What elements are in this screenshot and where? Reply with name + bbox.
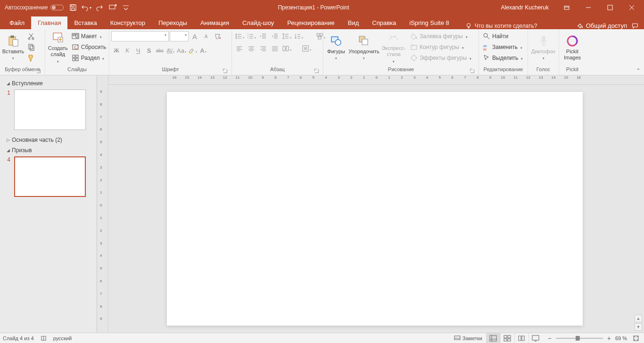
next-slide-button[interactable]: ▼	[635, 323, 642, 331]
underline-button[interactable]: Ч	[133, 45, 143, 56]
tell-me-search[interactable]: Что вы хотите сделать?	[465, 23, 537, 29]
tab-slideshow[interactable]: Слайд-шоу	[236, 16, 281, 29]
indent-button[interactable]	[269, 31, 281, 41]
slide[interactable]	[167, 92, 583, 326]
section-header-2[interactable]: ▷Основная часть (2)	[5, 135, 92, 145]
save-icon[interactable]	[67, 2, 79, 13]
tab-insert[interactable]: Вставка	[67, 16, 103, 29]
language-button[interactable]: русский	[53, 335, 72, 341]
section-header-1[interactable]: ◢Вступление	[5, 78, 92, 89]
tab-view[interactable]: Вид	[341, 16, 366, 29]
grow-font-button[interactable]: A	[190, 31, 200, 41]
tab-animations[interactable]: Анимация	[194, 16, 236, 29]
layout-button[interactable]: Макет	[70, 31, 108, 41]
shadow-button[interactable]: S	[144, 45, 154, 56]
font-name-select[interactable]	[111, 31, 169, 41]
tab-ispring[interactable]: iSpring Suite 8	[403, 16, 456, 29]
slideshow-view-button[interactable]	[528, 333, 543, 343]
shrink-font-button[interactable]: A	[201, 31, 211, 41]
close-icon[interactable]	[621, 0, 642, 15]
slide-thumb-1[interactable]	[14, 90, 86, 130]
select-button[interactable]: Выделить	[481, 53, 525, 63]
outdent-button[interactable]	[257, 31, 269, 41]
justify-button[interactable]	[269, 43, 281, 54]
slide-canvas-area[interactable]: ▲ ▼	[108, 85, 644, 333]
ribbon: Вставить Буфер обмена Создать слайд Маке…	[0, 29, 644, 75]
shapes-button[interactable]: Фигуры	[325, 30, 347, 65]
numbering-button[interactable]	[246, 31, 257, 41]
find-button[interactable]: Найти	[481, 31, 525, 41]
qat-more-icon[interactable]	[120, 2, 132, 13]
arrange-button[interactable]: Упорядочить	[348, 30, 380, 65]
zoom-in-button[interactable]: +	[606, 335, 612, 342]
section-header-3[interactable]: ◢Призыв	[5, 145, 92, 155]
comments-icon[interactable]	[632, 23, 638, 29]
tab-help[interactable]: Справка	[365, 16, 403, 29]
zoom-level[interactable]: 69 %	[615, 335, 627, 341]
section-button[interactable]: Раздел	[70, 53, 108, 63]
columns-button[interactable]	[281, 43, 292, 54]
tab-home[interactable]: Главная	[31, 16, 67, 29]
text-direction-button[interactable]	[293, 31, 304, 41]
username[interactable]: Alexandr Kucheruk	[495, 4, 555, 11]
line-spacing-button[interactable]	[281, 31, 292, 41]
ribbon-display-icon[interactable]	[556, 0, 577, 15]
align-center-button[interactable]	[246, 43, 257, 54]
clear-format-button[interactable]	[212, 31, 223, 41]
format-painter-button[interactable]	[25, 53, 37, 63]
svg-rect-14	[30, 46, 34, 50]
font-dialog-icon[interactable]	[223, 69, 228, 74]
paste-button[interactable]: Вставить	[2, 30, 25, 65]
svg-rect-30	[317, 33, 319, 36]
font-size-select[interactable]	[170, 31, 189, 41]
copy-icon	[27, 43, 35, 51]
strike-button[interactable]: abc	[155, 45, 165, 56]
quick-styles-button: Экспресс- стили	[381, 30, 406, 65]
tab-file[interactable]: Файл	[3, 16, 31, 29]
italic-button[interactable]: К	[122, 45, 132, 56]
copy-button[interactable]	[25, 42, 37, 52]
paragraph-dialog-icon[interactable]	[314, 69, 319, 74]
align-right-button[interactable]	[257, 43, 269, 54]
tab-transitions[interactable]: Переходы	[152, 16, 194, 29]
notes-toggle[interactable]: Заметки	[450, 335, 486, 341]
bold-button[interactable]: Ж	[111, 45, 122, 56]
zoom-slider[interactable]	[556, 338, 603, 339]
clipboard-dialog-icon[interactable]	[36, 69, 41, 74]
minimize-icon[interactable]	[578, 0, 599, 15]
undo-icon[interactable]	[81, 2, 92, 13]
normal-view-button[interactable]	[486, 333, 500, 343]
svg-rect-36	[362, 39, 368, 45]
cut-button[interactable]	[25, 31, 37, 41]
from-beginning-icon[interactable]	[107, 2, 118, 13]
slide-counter[interactable]: Слайд 4 из 4	[3, 335, 34, 341]
share-button[interactable]: Общий доступ	[577, 22, 627, 29]
drawing-dialog-icon[interactable]	[470, 69, 475, 74]
pickit-button[interactable]: Pickit Images	[561, 30, 584, 65]
fit-to-window-button[interactable]	[631, 333, 641, 343]
collapse-ribbon-button[interactable]	[634, 67, 643, 74]
char-spacing-button[interactable]: AV	[165, 45, 176, 56]
bullets-button[interactable]	[234, 31, 245, 41]
spellcheck-button[interactable]	[41, 335, 47, 341]
new-slide-button[interactable]: Создать слайд	[47, 30, 69, 65]
tab-design[interactable]: Конструктор	[104, 16, 152, 29]
lightbulb-icon	[465, 23, 472, 29]
group-drawing-label: Рисование	[325, 66, 477, 75]
redo-icon[interactable]	[94, 2, 105, 13]
sorter-view-button[interactable]	[500, 333, 514, 343]
zoom-out-button[interactable]: −	[546, 335, 553, 342]
align-text-button[interactable]	[301, 43, 312, 54]
replace-button[interactable]: abacЗаменить	[481, 42, 525, 52]
reset-button[interactable]: Сбросить	[70, 42, 108, 52]
font-color-button[interactable]: A	[198, 45, 208, 56]
tab-review[interactable]: Рецензирование	[281, 16, 341, 29]
case-button[interactable]: Aa	[176, 45, 187, 56]
highlight-button[interactable]	[187, 45, 198, 56]
prev-slide-button[interactable]: ▲	[635, 315, 642, 322]
align-left-button[interactable]	[234, 43, 245, 54]
autosave-toggle[interactable]: Автосохранение	[3, 4, 66, 11]
reading-view-button[interactable]	[514, 333, 528, 343]
maximize-icon[interactable]	[600, 0, 620, 15]
slide-thumb-4[interactable]	[14, 156, 86, 197]
